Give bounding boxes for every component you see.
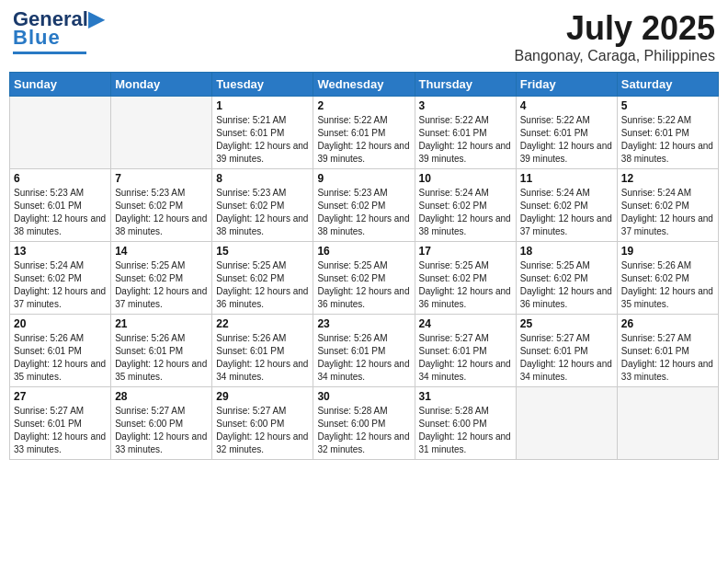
day-number: 5 xyxy=(621,99,714,112)
calendar-cell: 15Sunrise: 5:25 AM Sunset: 6:02 PM Dayli… xyxy=(212,242,313,315)
day-number: 20 xyxy=(14,317,107,330)
calendar-cell: 13Sunrise: 5:24 AM Sunset: 6:02 PM Dayli… xyxy=(10,242,111,315)
day-info: Sunrise: 5:28 AM Sunset: 6:00 PM Dayligh… xyxy=(317,405,410,456)
logo-underline xyxy=(13,52,86,54)
day-number: 17 xyxy=(419,245,512,258)
day-number: 13 xyxy=(14,245,107,258)
title-block: July 2025 Bangonay, Caraga, Philippines xyxy=(514,9,715,64)
calendar-cell: 12Sunrise: 5:24 AM Sunset: 6:02 PM Dayli… xyxy=(617,169,718,242)
day-number: 28 xyxy=(115,390,208,403)
calendar-cell: 28Sunrise: 5:27 AM Sunset: 6:00 PM Dayli… xyxy=(111,387,212,460)
day-info: Sunrise: 5:24 AM Sunset: 6:02 PM Dayligh… xyxy=(621,187,714,238)
week-row-4: 20Sunrise: 5:26 AM Sunset: 6:01 PM Dayli… xyxy=(10,315,719,387)
calendar-cell: 11Sunrise: 5:24 AM Sunset: 6:02 PM Dayli… xyxy=(516,169,617,242)
weekday-header-thursday: Thursday xyxy=(415,73,516,97)
weekday-header-sunday: Sunday xyxy=(10,73,111,97)
day-number: 26 xyxy=(621,317,714,330)
day-number: 31 xyxy=(419,390,512,403)
day-info: Sunrise: 5:27 AM Sunset: 6:01 PM Dayligh… xyxy=(419,332,512,384)
day-info: Sunrise: 5:24 AM Sunset: 6:02 PM Dayligh… xyxy=(419,187,512,238)
day-info: Sunrise: 5:25 AM Sunset: 6:02 PM Dayligh… xyxy=(317,259,410,311)
calendar-cell: 3Sunrise: 5:22 AM Sunset: 6:01 PM Daylig… xyxy=(415,97,516,169)
calendar-cell: 6Sunrise: 5:23 AM Sunset: 6:01 PM Daylig… xyxy=(10,169,111,242)
day-number: 6 xyxy=(14,172,107,185)
day-number: 18 xyxy=(520,245,613,258)
day-number: 9 xyxy=(317,172,410,185)
calendar-cell: 23Sunrise: 5:26 AM Sunset: 6:01 PM Dayli… xyxy=(313,315,415,387)
calendar-cell: 26Sunrise: 5:27 AM Sunset: 6:01 PM Dayli… xyxy=(617,315,718,387)
calendar-cell: 2Sunrise: 5:22 AM Sunset: 6:01 PM Daylig… xyxy=(313,97,415,169)
day-number: 25 xyxy=(520,317,613,330)
calendar-cell: 24Sunrise: 5:27 AM Sunset: 6:01 PM Dayli… xyxy=(415,315,516,387)
calendar-cell: 1Sunrise: 5:21 AM Sunset: 6:01 PM Daylig… xyxy=(212,97,313,169)
calendar-cell: 5Sunrise: 5:22 AM Sunset: 6:01 PM Daylig… xyxy=(617,97,718,169)
day-number: 22 xyxy=(216,317,309,330)
calendar-cell: 16Sunrise: 5:25 AM Sunset: 6:02 PM Dayli… xyxy=(313,242,415,315)
calendar-cell: 27Sunrise: 5:27 AM Sunset: 6:01 PM Dayli… xyxy=(10,387,111,460)
week-row-2: 6Sunrise: 5:23 AM Sunset: 6:01 PM Daylig… xyxy=(10,169,719,242)
calendar-cell: 21Sunrise: 5:26 AM Sunset: 6:01 PM Dayli… xyxy=(111,315,212,387)
calendar-cell: 4Sunrise: 5:22 AM Sunset: 6:01 PM Daylig… xyxy=(516,97,617,169)
calendar-cell: 18Sunrise: 5:25 AM Sunset: 6:02 PM Dayli… xyxy=(516,242,617,315)
day-info: Sunrise: 5:22 AM Sunset: 6:01 PM Dayligh… xyxy=(621,114,714,166)
day-number: 7 xyxy=(115,172,208,185)
calendar-cell: 9Sunrise: 5:23 AM Sunset: 6:02 PM Daylig… xyxy=(313,169,415,242)
day-info: Sunrise: 5:26 AM Sunset: 6:01 PM Dayligh… xyxy=(216,332,309,384)
day-info: Sunrise: 5:24 AM Sunset: 6:02 PM Dayligh… xyxy=(520,187,613,238)
logo-blue: Blue xyxy=(13,26,61,50)
day-info: Sunrise: 5:23 AM Sunset: 6:02 PM Dayligh… xyxy=(216,187,309,238)
day-number: 12 xyxy=(621,172,714,185)
day-number: 1 xyxy=(216,99,309,112)
day-info: Sunrise: 5:27 AM Sunset: 6:01 PM Dayligh… xyxy=(520,332,613,384)
day-info: Sunrise: 5:22 AM Sunset: 6:01 PM Dayligh… xyxy=(419,114,512,166)
calendar-cell: 8Sunrise: 5:23 AM Sunset: 6:02 PM Daylig… xyxy=(212,169,313,242)
calendar-cell: 31Sunrise: 5:28 AM Sunset: 6:00 PM Dayli… xyxy=(415,387,516,460)
day-info: Sunrise: 5:26 AM Sunset: 6:02 PM Dayligh… xyxy=(621,259,714,311)
day-info: Sunrise: 5:22 AM Sunset: 6:01 PM Dayligh… xyxy=(520,114,613,166)
day-number: 8 xyxy=(216,172,309,185)
day-info: Sunrise: 5:23 AM Sunset: 6:02 PM Dayligh… xyxy=(317,187,410,238)
day-info: Sunrise: 5:25 AM Sunset: 6:02 PM Dayligh… xyxy=(419,259,512,311)
day-info: Sunrise: 5:27 AM Sunset: 6:00 PM Dayligh… xyxy=(115,405,208,456)
weekday-header-wednesday: Wednesday xyxy=(313,73,415,97)
day-number: 19 xyxy=(621,245,714,258)
day-number: 30 xyxy=(317,390,410,403)
day-number: 21 xyxy=(115,317,208,330)
page-header: General▶ Blue July 2025 Bangonay, Caraga… xyxy=(9,9,719,64)
logo: General▶ Blue xyxy=(13,9,104,54)
day-info: Sunrise: 5:25 AM Sunset: 6:02 PM Dayligh… xyxy=(520,259,613,311)
calendar-cell xyxy=(111,97,212,169)
day-info: Sunrise: 5:25 AM Sunset: 6:02 PM Dayligh… xyxy=(115,259,208,311)
day-info: Sunrise: 5:23 AM Sunset: 6:02 PM Dayligh… xyxy=(115,187,208,238)
calendar-cell: 20Sunrise: 5:26 AM Sunset: 6:01 PM Dayli… xyxy=(10,315,111,387)
week-row-3: 13Sunrise: 5:24 AM Sunset: 6:02 PM Dayli… xyxy=(10,242,719,315)
week-row-5: 27Sunrise: 5:27 AM Sunset: 6:01 PM Dayli… xyxy=(10,387,719,460)
location: Bangonay, Caraga, Philippines xyxy=(514,48,715,64)
calendar-cell xyxy=(516,387,617,460)
day-number: 24 xyxy=(419,317,512,330)
day-info: Sunrise: 5:26 AM Sunset: 6:01 PM Dayligh… xyxy=(14,332,107,384)
calendar-cell xyxy=(617,387,718,460)
day-info: Sunrise: 5:25 AM Sunset: 6:02 PM Dayligh… xyxy=(216,259,309,311)
day-number: 10 xyxy=(419,172,512,185)
day-number: 11 xyxy=(520,172,613,185)
day-number: 23 xyxy=(317,317,410,330)
weekday-header-friday: Friday xyxy=(516,73,617,97)
day-number: 29 xyxy=(216,390,309,403)
day-info: Sunrise: 5:28 AM Sunset: 6:00 PM Dayligh… xyxy=(419,405,512,456)
day-number: 16 xyxy=(317,245,410,258)
calendar-cell: 25Sunrise: 5:27 AM Sunset: 6:01 PM Dayli… xyxy=(516,315,617,387)
weekday-header-monday: Monday xyxy=(111,73,212,97)
day-number: 3 xyxy=(419,99,512,112)
month-year: July 2025 xyxy=(514,9,715,48)
day-info: Sunrise: 5:27 AM Sunset: 6:00 PM Dayligh… xyxy=(216,405,309,456)
day-number: 2 xyxy=(317,99,410,112)
day-number: 4 xyxy=(520,99,613,112)
calendar-cell: 7Sunrise: 5:23 AM Sunset: 6:02 PM Daylig… xyxy=(111,169,212,242)
calendar-cell: 14Sunrise: 5:25 AM Sunset: 6:02 PM Dayli… xyxy=(111,242,212,315)
calendar-cell: 17Sunrise: 5:25 AM Sunset: 6:02 PM Dayli… xyxy=(415,242,516,315)
weekday-header-tuesday: Tuesday xyxy=(212,73,313,97)
calendar-cell: 30Sunrise: 5:28 AM Sunset: 6:00 PM Dayli… xyxy=(313,387,415,460)
calendar-cell: 19Sunrise: 5:26 AM Sunset: 6:02 PM Dayli… xyxy=(617,242,718,315)
calendar-cell xyxy=(10,97,111,169)
